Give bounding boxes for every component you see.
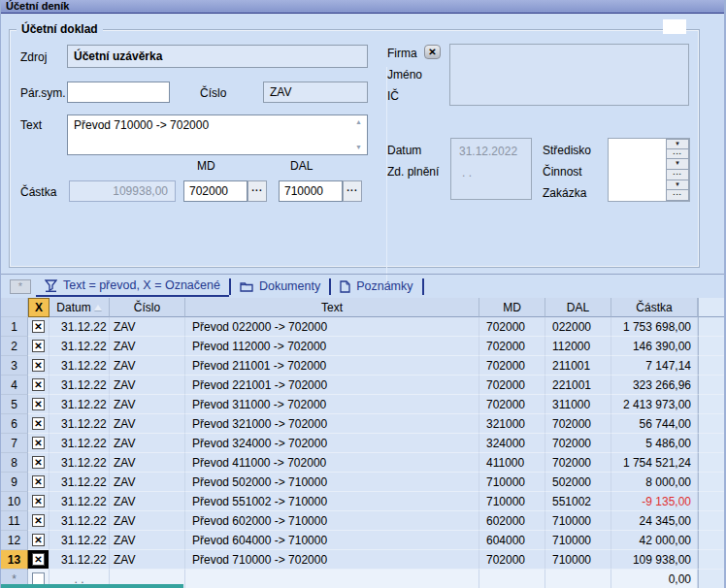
cell-md[interactable]: 411000 [479, 453, 545, 473]
cell-castka[interactable]: 109 938,00 [611, 550, 698, 570]
row-number[interactable]: 1 [1, 317, 28, 337]
cell-castka[interactable]: 8 000,00 [611, 473, 698, 492]
cell-dal[interactable]: 221001 [545, 376, 611, 395]
tab-dokumenty[interactable]: Dokumenty [231, 276, 329, 297]
cell-castka[interactable]: 5 486,00 [611, 434, 698, 453]
cell-text[interactable]: Převod 321000 -> 702000 [185, 414, 479, 434]
row-number[interactable]: 7 [1, 434, 28, 453]
row-number[interactable]: 12 [1, 531, 28, 550]
cell-md[interactable]: 321000 [479, 414, 545, 434]
md-input[interactable]: 702000 [183, 180, 248, 202]
row-checkbox-cell[interactable]: ✕ [28, 511, 50, 531]
dal-input[interactable]: 710000 [279, 180, 343, 202]
row-number[interactable]: 13 [1, 550, 28, 570]
checkbox-checked-icon[interactable]: ✕ [32, 456, 45, 469]
row-number[interactable]: 6 [1, 414, 28, 434]
cell-md[interactable]: 702000 [479, 337, 545, 356]
cinnost-lookup-button[interactable]: ... [666, 170, 689, 180]
row-number[interactable]: 5 [1, 395, 28, 414]
cell-text[interactable]: Převod 022000 -> 702000 [185, 317, 479, 337]
cell-castka[interactable]: 2 413 973,00 [611, 395, 698, 414]
castka-field[interactable]: 109938,00 [69, 180, 176, 202]
cell-text[interactable]: Převod 324000 -> 702000 [185, 434, 479, 453]
checkbox-checked-icon[interactable]: ✕ [32, 437, 45, 449]
cell-cislo[interactable]: ZAV [110, 414, 185, 434]
cell-datum[interactable]: 31.12.22 [50, 550, 110, 570]
cell-datum[interactable]: 31.12.22 [50, 453, 110, 473]
cell-castka[interactable]: 1 753 698,00 [611, 317, 698, 337]
table-row[interactable]: 4✕31.12.22ZAVPřevod 221001 -> 7020007020… [1, 376, 726, 395]
cell-datum[interactable]: 31.12.22 [50, 376, 110, 395]
cell-dal[interactable]: 502000 [545, 473, 611, 492]
header-x[interactable]: X [28, 298, 50, 317]
cell-dal[interactable]: 112000 [545, 337, 611, 356]
checkbox-checked-icon[interactable]: ✕ [32, 378, 45, 391]
cell-castka[interactable]: 1 754 521,24 [611, 453, 698, 473]
stredisko-lookup-button[interactable]: ... [666, 149, 689, 160]
cell-text[interactable]: Převod 710000 -> 702000 [185, 550, 479, 570]
table-row[interactable]: 12✕31.12.22ZAVPřevod 604000 -> 710000604… [1, 531, 726, 550]
table-row[interactable]: 2✕31.12.22ZAVPřevod 112000 -> 7020007020… [1, 337, 726, 356]
cell-md[interactable]: 602000 [479, 511, 545, 531]
cell-castka[interactable]: 0,00 [611, 570, 698, 588]
cell-dal[interactable]: 710000 [545, 531, 611, 550]
datum-box[interactable]: 31.12.2022 . . [450, 138, 532, 200]
header-castka[interactable]: Částka [611, 298, 698, 317]
checkbox-checked-icon[interactable]: ✕ [32, 534, 45, 546]
checkbox-checked-icon[interactable]: ✕ [32, 495, 45, 507]
table-row[interactable]: 6✕31.12.22ZAVPřevod 321000 -> 7020003210… [1, 414, 726, 434]
firma-clear-icon[interactable]: ✕ [424, 45, 441, 59]
stredisko-cinnost-zakazka-box[interactable]: ▼ ... ▼ ... ▼ ... [608, 138, 690, 202]
cell-md[interactable]: 324000 [479, 434, 545, 453]
cell-castka[interactable]: 7 147,14 [611, 356, 698, 376]
table-row[interactable]: 11✕31.12.22ZAVPřevod 602000 -> 710000602… [1, 511, 726, 531]
cell-md[interactable]: 702000 [479, 376, 545, 395]
row-checkbox-cell[interactable]: ✕ [28, 531, 50, 550]
cell-cislo[interactable]: ZAV [110, 395, 185, 414]
cell-castka[interactable]: -9 135,00 [611, 492, 698, 511]
cell-cislo[interactable]: ZAV [110, 531, 185, 550]
cell-md[interactable]: 702000 [479, 395, 545, 414]
table-row[interactable]: 8✕31.12.22ZAVPřevod 411000 -> 7020004110… [1, 453, 726, 473]
cell-cislo[interactable]: ZAV [110, 356, 185, 376]
cell-datum[interactable]: 31.12.22 [50, 395, 110, 414]
cell-cislo[interactable]: ZAV [110, 453, 185, 473]
tab-poznamky[interactable]: Poznámky [331, 276, 421, 297]
dal-lookup-button[interactable]: ... [343, 180, 362, 202]
cell-dal[interactable]: 211001 [545, 356, 611, 376]
row-checkbox-cell[interactable]: ✕ [28, 395, 50, 414]
row-number[interactable]: 9 [1, 473, 28, 492]
row-checkbox-cell[interactable]: ✕ [28, 473, 50, 492]
cell-dal[interactable]: 551002 [545, 492, 611, 511]
table-row[interactable]: 10✕31.12.22ZAVPřevod 551002 -> 710000710… [1, 492, 726, 511]
cell-dal[interactable]: 710000 [545, 550, 611, 570]
cell-castka[interactable]: 146 390,00 [611, 337, 698, 356]
row-number[interactable]: 10 [1, 492, 28, 511]
cell-cislo[interactable]: ZAV [110, 317, 185, 337]
header-dal[interactable]: DAL [545, 298, 611, 317]
cell-dal[interactable]: 022000 [545, 317, 611, 337]
row-checkbox-cell[interactable]: ✕ [28, 453, 50, 473]
cell-datum[interactable]: 31.12.22 [50, 356, 110, 376]
row-checkbox-cell[interactable]: ✕ [28, 376, 50, 395]
cell-text[interactable]: Převod 112000 -> 702000 [185, 337, 479, 356]
table-row[interactable]: 3✕31.12.22ZAVPřevod 211001 -> 7020007020… [1, 356, 726, 376]
cell-castka[interactable]: 24 345,00 [611, 511, 698, 531]
row-number[interactable]: 2 [1, 337, 28, 356]
cell-datum[interactable]: 31.12.22 [50, 337, 110, 356]
cell-dal[interactable] [545, 570, 611, 588]
cell-dal[interactable]: 311000 [545, 395, 611, 414]
cell-text[interactable]: Převod 502000 -> 710000 [185, 473, 479, 492]
cell-md[interactable]: 702000 [479, 356, 545, 376]
header-cislo[interactable]: Číslo [110, 298, 185, 317]
checkbox-checked-icon[interactable]: ✕ [32, 359, 45, 372]
text-input[interactable]: Převod 710000 -> 702000 ▲ ▼ [67, 114, 368, 155]
cell-text[interactable]: Převod 604000 -> 710000 [185, 531, 479, 550]
parsym-input[interactable] [67, 82, 170, 103]
row-checkbox-cell[interactable]: ✕ [28, 414, 50, 434]
cell-text[interactable]: Převod 602000 -> 710000 [185, 511, 479, 531]
header-datum[interactable]: Datum [50, 298, 110, 317]
cislo-field[interactable]: ZAV [263, 82, 368, 103]
cell-md[interactable]: 710000 [479, 473, 545, 492]
table-row[interactable]: 1✕31.12.22ZAVPřevod 022000 -> 7020007020… [1, 317, 726, 337]
